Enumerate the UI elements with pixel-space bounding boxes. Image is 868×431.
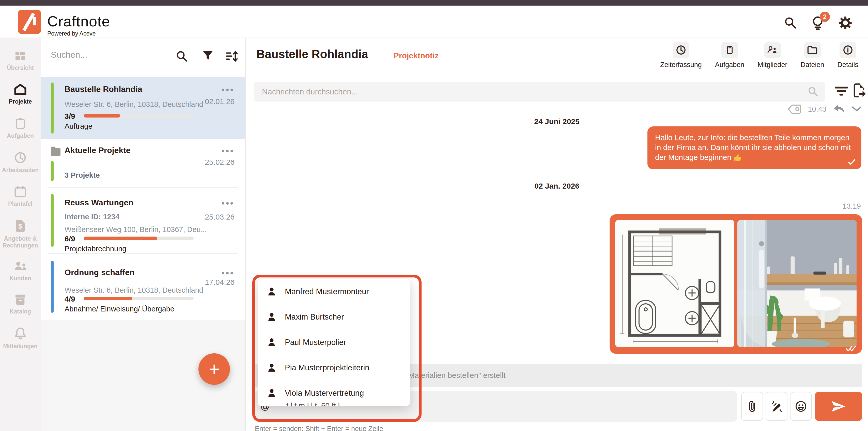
notifications-button[interactable]: 2 xyxy=(811,16,824,30)
project-list-footer: + xyxy=(41,320,245,431)
thumbs-up-icon xyxy=(733,153,741,161)
project-status-bar xyxy=(51,82,54,134)
chat-export-icon[interactable] xyxy=(852,83,866,97)
message-search-bar xyxy=(254,82,825,102)
craftnote-logo[interactable]: Craftnote Powered by Aceve xyxy=(18,10,110,37)
project-card-baustelle-rohlandia[interactable]: Baustelle Rohlandia 02.01.26 Weseler Str… xyxy=(41,77,245,139)
mention-item-manfred[interactable]: Manfred Mustermonteur xyxy=(258,279,410,304)
send-plane-icon xyxy=(831,401,846,412)
top-bar: Craftnote Powered by Aceve 2 xyxy=(0,6,868,38)
mention-item-maxim[interactable]: Maxim Burtscher xyxy=(258,304,410,330)
project-internal-id: Interne ID: 1234 xyxy=(65,213,119,221)
reply-arrow-icon[interactable] xyxy=(832,104,846,115)
signature-pen-button[interactable] xyxy=(766,392,787,421)
project-header-subtitle[interactable]: Projektnotiz xyxy=(394,51,439,60)
project-list-panel: Baustelle Rohlandia 02.01.26 Weseler Str… xyxy=(41,38,245,431)
project-header-title: Baustelle Rohlandia xyxy=(256,47,368,61)
outgoing-message-bubble[interactable]: Hallo Leute, zur Info: die bestellten Te… xyxy=(647,126,861,169)
mention-popup-highlight: Manfred Mustermonteur Maxim Burtscher Pa… xyxy=(252,275,422,422)
send-message-button[interactable] xyxy=(815,392,862,421)
project-address: Weißenseer Weg 100, Berlin, 10367, Deu..… xyxy=(65,225,207,234)
archive-box-icon xyxy=(14,294,26,305)
notification-badge: 2 xyxy=(820,12,830,22)
clock-icon xyxy=(676,45,686,55)
project-progress-bar xyxy=(84,114,194,118)
person-icon xyxy=(268,287,276,296)
tag-icon[interactable] xyxy=(787,104,802,114)
project-status-bar xyxy=(51,261,54,313)
emoji-button[interactable] xyxy=(790,392,812,421)
project-progress-bar xyxy=(84,237,194,240)
tasks-icon xyxy=(725,45,734,55)
pen-sparkle-icon xyxy=(771,401,782,412)
sidebar-item-katalog[interactable]: Katalog xyxy=(10,294,31,315)
date-divider: 24 Juni 2025 xyxy=(246,117,868,126)
logo-text: Craftnote xyxy=(47,13,110,30)
project-date: 02.01.26 xyxy=(205,97,235,106)
folder-menu-button[interactable] xyxy=(222,150,224,152)
project-date: 17.04.26 xyxy=(205,278,235,287)
calendar-icon xyxy=(14,186,26,197)
project-address: Weseler Str. 6, Berlin, 10318, Deutschla… xyxy=(65,286,203,294)
message-text: Hallo Leute, zur Info: die bestellten Te… xyxy=(655,133,851,161)
project-search-icon[interactable] xyxy=(176,50,188,62)
sidebar-item-mitteilungen[interactable]: Mitteilungen xyxy=(3,327,37,350)
people-icon xyxy=(14,261,27,272)
project-menu-button[interactable] xyxy=(222,202,224,205)
craftnote-logo-icon xyxy=(18,10,41,34)
settings-gear-icon[interactable] xyxy=(839,16,852,30)
toolbar-zeiterfassung[interactable]: Zeiterfassung xyxy=(660,42,702,69)
bell-icon xyxy=(14,327,26,340)
svg-text:$: $ xyxy=(18,223,22,230)
sidebar-item-angebote-rechnungen[interactable]: $ Angebote & Rechnungen xyxy=(1,220,39,249)
outgoing-image-message[interactable] xyxy=(610,214,862,354)
project-menu-button[interactable] xyxy=(222,272,224,274)
sidebar-item-uebersicht[interactable]: Übersicht xyxy=(7,50,34,71)
house-icon xyxy=(14,84,27,95)
global-search-icon[interactable] xyxy=(784,16,797,29)
project-card-reuss-wartungen[interactable]: Reuss Wartungen Interne ID: 1234 25.03.2… xyxy=(41,188,245,253)
composer-hint: Enter = senden; Shift + Enter = neue Zei… xyxy=(255,425,383,431)
project-card-ordnung-schaffen[interactable]: Ordnung schaffen 17.04.26 Weseler Str. 6… xyxy=(41,254,245,320)
delivered-double-check-icon xyxy=(846,345,857,352)
project-progress-label: 6/9 xyxy=(65,235,75,243)
sidebar-item-kunden[interactable]: Kunden xyxy=(9,261,31,282)
project-folder-aktuelle-projekte[interactable]: Aktuelle Projekte 25.02.26 3 Projekte xyxy=(41,139,245,187)
project-search-input[interactable] xyxy=(51,48,189,64)
sidebar-item-aufgaben[interactable]: Aufgaben xyxy=(7,117,34,139)
sidebar-item-projekte[interactable]: Projekte xyxy=(9,84,32,105)
message-search-input[interactable] xyxy=(261,82,796,102)
message-filter-icon[interactable] xyxy=(835,86,848,96)
message-time: 13:19 xyxy=(842,202,861,210)
mention-item-clipped-line: t l t m l l t. 50 ft l xyxy=(286,401,403,406)
project-progress-label: 4/9 xyxy=(65,295,75,303)
project-title: Ordnung schaffen xyxy=(65,268,135,277)
person-icon xyxy=(268,313,276,321)
add-project-button[interactable]: + xyxy=(198,353,230,385)
project-stage: Projektabrechnung xyxy=(65,245,126,253)
attach-file-button[interactable] xyxy=(741,392,763,421)
sidebar-item-arbeitszeiten[interactable]: Arbeitszeiten xyxy=(2,152,39,174)
toolbar-details[interactable]: Details xyxy=(837,42,858,69)
date-divider: 02 Jan. 2026 xyxy=(246,182,868,190)
toolbar-aufgaben[interactable]: Aufgaben xyxy=(715,42,745,69)
window-titlebar xyxy=(0,0,868,6)
dashboard-grid-icon xyxy=(14,50,26,61)
person-icon xyxy=(268,389,276,397)
sidebar-item-plantafel[interactable]: Plantafel xyxy=(8,186,33,207)
project-search-row xyxy=(41,38,245,77)
floorplan-image[interactable] xyxy=(615,220,734,347)
toolbar-mitglieder[interactable]: Mitglieder xyxy=(757,42,787,69)
project-title: Baustelle Rohlandia xyxy=(65,85,142,94)
toolbar-dateien[interactable]: Dateien xyxy=(800,42,824,69)
mention-item-pia[interactable]: Pia Musterprojektleiterin xyxy=(258,355,410,380)
chevron-down-icon[interactable] xyxy=(852,106,862,112)
bathroom-photo[interactable] xyxy=(737,220,857,347)
mention-item-paul[interactable]: Paul Musterpolier xyxy=(258,330,410,355)
logo-tagline: Powered by Aceve xyxy=(47,30,110,37)
project-filter-icon[interactable] xyxy=(202,50,213,61)
project-menu-button[interactable] xyxy=(222,89,224,91)
message-time: 10:43 xyxy=(808,105,826,113)
project-stage: Aufträge xyxy=(65,122,92,130)
project-sort-icon[interactable] xyxy=(225,50,238,62)
